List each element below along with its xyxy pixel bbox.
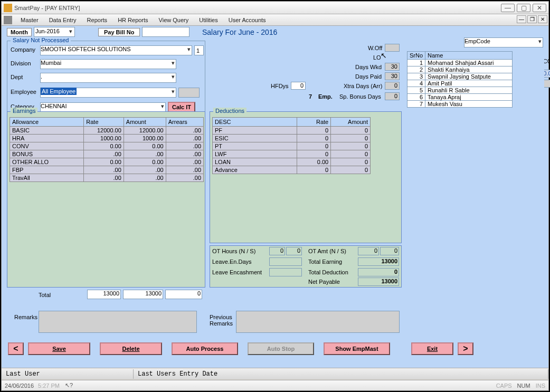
status-date: 24/06/2016 bbox=[5, 383, 34, 389]
otamt-label: OT Amt (N / S) bbox=[308, 248, 346, 254]
mdi-restore[interactable]: ❐ bbox=[527, 15, 537, 23]
company-num[interactable] bbox=[194, 45, 204, 55]
next-button[interactable]: > bbox=[458, 342, 473, 355]
list-item[interactable]: 2Shakti Kanhaiya bbox=[407, 66, 513, 73]
menu-dataentry[interactable]: Data Entry bbox=[44, 16, 82, 24]
list-item[interactable]: 4Amit Patil bbox=[407, 80, 513, 87]
table-row[interactable]: PT00 bbox=[213, 142, 371, 150]
othours-label: OT Hours (N / S) bbox=[212, 248, 255, 254]
minimize-button[interactable]: — bbox=[501, 4, 515, 12]
emp-h-srno: SrNo bbox=[407, 52, 425, 60]
menu-utilities[interactable]: Utilities bbox=[194, 16, 223, 24]
employee-code bbox=[178, 88, 200, 98]
titlebar: SmartPay - [PAY ENTRY] — ▢ ✕ bbox=[2, 2, 548, 14]
cursor-icon: ↖ bbox=[381, 51, 387, 60]
division-label: Division bbox=[11, 60, 31, 66]
table-row[interactable]: BONUS.00.00.00 bbox=[10, 150, 204, 158]
emp-count: 7 bbox=[309, 93, 312, 100]
division-value: Mumbai bbox=[41, 60, 61, 66]
maximize-button[interactable]: ▢ bbox=[517, 4, 530, 12]
list-item[interactable]: 6Tanaya Apraj bbox=[407, 94, 513, 101]
mdi-minimize[interactable]: — bbox=[517, 15, 526, 23]
earnings-table: Allowance Rate Amount Arrears BASIC12000… bbox=[10, 117, 204, 182]
deductions-title: Deductions bbox=[213, 108, 246, 114]
sortby-value: EmpCode bbox=[464, 38, 490, 44]
table-row[interactable]: OTHER ALLO0.000.00.00 bbox=[10, 158, 204, 166]
otamt-n: 0 bbox=[358, 247, 379, 255]
table-row[interactable]: LWF00 bbox=[213, 150, 371, 158]
delete-button[interactable]: Delete bbox=[100, 342, 162, 355]
month-value: Jun-2016 bbox=[35, 28, 60, 34]
employee-table: SrNo Name 1Mohamad Shahjad Assari2Shakti… bbox=[407, 51, 513, 108]
table-row[interactable]: ESIC00 bbox=[213, 135, 371, 142]
leaveenc-label: Leave Encashment bbox=[212, 269, 262, 275]
dept-combo[interactable]: . bbox=[40, 73, 176, 83]
table-row[interactable]: FBP.00.00.00 bbox=[10, 166, 204, 174]
dayswkd-label: Days Wkd bbox=[355, 64, 382, 70]
employee-value: All Employee bbox=[41, 88, 77, 95]
window-title: SmartPay - [PAY ENTRY] bbox=[14, 5, 501, 11]
prev-remarks-input[interactable] bbox=[236, 311, 400, 333]
deductions-table: DESC Rate Amount PF00ESIC00PT00LWF00LOAN… bbox=[212, 117, 371, 174]
xtra-value: 0 bbox=[385, 82, 400, 90]
help-icon[interactable]: ↖? bbox=[65, 382, 73, 389]
total-label: Total bbox=[39, 292, 51, 298]
close-button[interactable]: ✕ bbox=[533, 4, 546, 12]
menu-reports[interactable]: Reports bbox=[82, 16, 113, 24]
otamt-s: 0 bbox=[380, 247, 399, 255]
dayswkd-value: 30 bbox=[385, 63, 400, 71]
paybill-input[interactable] bbox=[142, 27, 189, 37]
calcit-button[interactable]: Calc IT bbox=[168, 102, 195, 112]
list-item[interactable]: 1Mohamad Shahjad Assari bbox=[407, 60, 513, 66]
status-lastdate: Last Users Entry Date bbox=[134, 369, 548, 379]
table-row[interactable]: HRA1000.001000.00.00 bbox=[10, 135, 204, 142]
table-row[interactable]: CONV0.000.00.00 bbox=[10, 142, 204, 150]
exit-button[interactable]: Exit bbox=[411, 342, 453, 355]
earn-h-rate: Rate bbox=[84, 118, 124, 127]
remarks-label: Remarks bbox=[14, 314, 37, 320]
woff-value[interactable] bbox=[385, 44, 400, 52]
prev-remarks-label: Previous Remarks bbox=[210, 314, 235, 327]
hfdys-value[interactable]: 0 bbox=[291, 82, 306, 90]
totalded-value: 0 bbox=[358, 268, 399, 276]
status-time: 5:27 PM bbox=[38, 383, 60, 389]
autoprocess-button[interactable]: Auto Process bbox=[172, 342, 238, 355]
table-row[interactable]: BASIC12000.0012000.00.00 bbox=[10, 127, 204, 135]
dept-value: . bbox=[41, 73, 42, 80]
list-item[interactable]: 5Runahli R Sable bbox=[407, 87, 513, 94]
dept-label: Dept bbox=[11, 74, 23, 80]
othours-s[interactable]: 0 bbox=[286, 247, 302, 255]
division-combo[interactable]: Mumbai bbox=[40, 59, 176, 69]
bonus-value: 0 bbox=[385, 92, 400, 100]
totalded-label: Total Deduction bbox=[308, 269, 348, 275]
table-row[interactable]: TravAll.00.00.00 bbox=[10, 174, 204, 182]
employee-combo[interactable]: All Employee bbox=[40, 88, 176, 98]
status-lastuser: Last User bbox=[2, 369, 134, 379]
totalearn-value: 13000 bbox=[358, 257, 399, 266]
menu-viewquery[interactable]: View Query bbox=[154, 16, 194, 24]
leaveenc-value[interactable] bbox=[269, 268, 302, 276]
ded-h-rate: Rate bbox=[297, 118, 331, 127]
sortby-combo[interactable]: EmpCode bbox=[464, 37, 543, 47]
othours-n[interactable]: 0 bbox=[269, 247, 285, 255]
menu-hrreports[interactable]: HR Reports bbox=[112, 16, 153, 24]
status-num: NUM bbox=[517, 383, 530, 389]
remarks-input[interactable] bbox=[39, 311, 197, 333]
prev-button[interactable]: < bbox=[8, 342, 24, 355]
total-rate: 13000 bbox=[87, 290, 121, 299]
table-row[interactable]: PF00 bbox=[213, 127, 371, 135]
bonus-label: Sp. Bonus Days bbox=[339, 93, 381, 100]
table-row[interactable]: LOAN0.000 bbox=[213, 158, 371, 166]
list-item[interactable]: 3Swapnil Jaysing Satpute bbox=[407, 73, 513, 80]
showemp-button[interactable]: Show EmpMast bbox=[324, 342, 390, 355]
leavedays-value[interactable] bbox=[269, 257, 302, 266]
menu-master[interactable]: Master bbox=[15, 16, 44, 24]
list-item[interactable]: 7Mukesh Vasu bbox=[407, 101, 513, 108]
save-button[interactable]: Save bbox=[28, 342, 90, 355]
menu-useraccounts[interactable]: User Accounts bbox=[223, 16, 271, 24]
mdi-close[interactable]: ✕ bbox=[538, 15, 547, 23]
month-combo[interactable]: Jun-2016 bbox=[34, 27, 75, 37]
table-row[interactable]: Advance00 bbox=[213, 166, 371, 174]
page-heading: Salary For June - 2016 bbox=[202, 28, 277, 36]
company-combo[interactable]: SMOOTH SOFTECH SOLUTIONS bbox=[40, 45, 192, 55]
